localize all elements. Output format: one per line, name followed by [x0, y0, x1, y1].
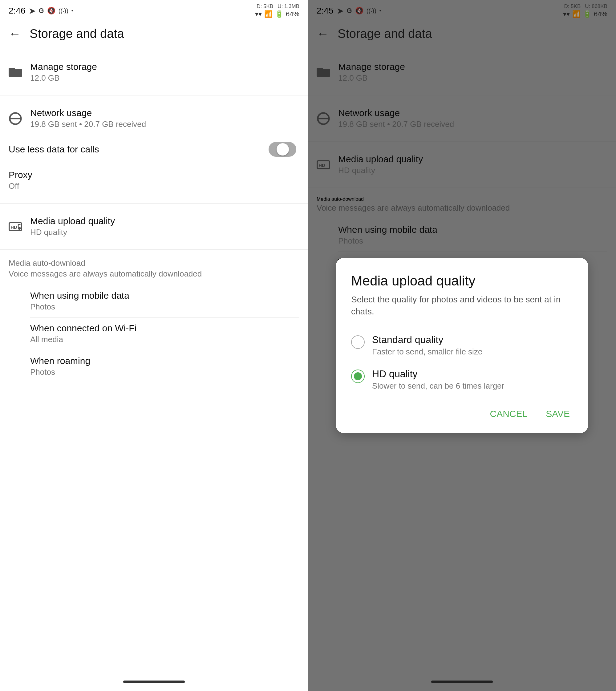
- left-data-row: D: 5KB U: 1.3MB: [257, 3, 300, 9]
- dialog-buttons: Cancel Save: [351, 405, 573, 422]
- wifi-icon: ▾▾: [255, 10, 262, 18]
- left-status-icons: ▾▾ 📶 🔋 64%: [255, 10, 300, 18]
- when-mobile-title: When using mobile data: [30, 290, 300, 301]
- hd-quality-radio[interactable]: [351, 370, 365, 383]
- standard-quality-sublabel: Faster to send, smaller file size: [372, 347, 482, 357]
- proxy-title: Proxy: [8, 170, 300, 180]
- left-content: Manage storage 12.0 GB Network usage 19.…: [0, 49, 308, 672]
- left-data-up: U: 1.3MB: [278, 3, 300, 9]
- left-page-title: Storage and data: [29, 27, 124, 41]
- auto-download-items: When using mobile data Photos When conne…: [0, 285, 308, 388]
- manage-storage-subtitle: 12.0 GB: [30, 73, 300, 83]
- network-usage-item[interactable]: Network usage 19.8 GB sent • 20.7 GB rec…: [8, 102, 300, 135]
- network-icon: [8, 112, 30, 125]
- manage-storage-item[interactable]: Manage storage 12.0 GB: [8, 55, 300, 89]
- volume-icon: 🔇: [47, 7, 56, 15]
- network-usage-title: Network usage: [30, 108, 300, 118]
- auto-download-header: Media auto-download: [0, 250, 308, 269]
- battery-icon: 🔋: [275, 10, 283, 18]
- hd-svg: HD: [8, 220, 22, 233]
- folder-svg: [8, 66, 22, 79]
- left-time: 2:46: [8, 6, 26, 16]
- dialog-description: Select the quality for photos and videos…: [351, 293, 573, 317]
- use-less-data-label: Use less data for calls: [8, 144, 99, 155]
- dialog-overlay: Media upload quality Select the quality …: [308, 0, 616, 691]
- hd-quality-label: HD quality: [372, 368, 504, 380]
- save-button[interactable]: Save: [543, 405, 573, 422]
- nfc-icon: ((·)): [59, 7, 68, 15]
- svg-point-4: [18, 227, 21, 229]
- when-mobile-item[interactable]: When using mobile data Photos: [30, 285, 300, 317]
- left-data-down: D: 5KB: [257, 3, 273, 9]
- when-wifi-subtitle: All media: [30, 335, 300, 344]
- media-upload-text: Media upload quality HD quality: [30, 216, 300, 237]
- left-status-right: D: 5KB U: 1.3MB ▾▾ 📶 🔋 64%: [255, 3, 300, 18]
- left-status-left: 2:46 ➤ G 🔇 ((·)) •: [8, 6, 73, 16]
- dialog-title: Media upload quality: [351, 273, 573, 289]
- proxy-item[interactable]: Proxy Off: [8, 163, 300, 197]
- use-less-data-item[interactable]: Use less data for calls: [8, 135, 300, 163]
- hd-quality-radio-inner: [354, 372, 362, 380]
- network-svg: [8, 112, 22, 125]
- signal-icon: 📶: [264, 10, 272, 18]
- manage-storage-title: Manage storage: [30, 62, 300, 72]
- left-top-nav: ← Storage and data: [0, 19, 308, 49]
- network-usage-subtitle: 19.8 GB sent • 20.7 GB received: [30, 119, 300, 129]
- media-upload-title: Media upload quality: [30, 216, 300, 226]
- hd-icon: HD: [8, 220, 30, 233]
- when-roaming-subtitle: Photos: [30, 367, 300, 377]
- network-usage-section[interactable]: Network usage 19.8 GB sent • 20.7 GB rec…: [0, 95, 308, 203]
- toggle-thumb: [277, 143, 289, 156]
- svg-text:HD: HD: [10, 225, 17, 230]
- left-home-indicator: [0, 672, 308, 691]
- standard-quality-radio[interactable]: [351, 335, 365, 349]
- auto-download-desc: Voice messages are always automatically …: [0, 269, 308, 285]
- left-status-bar: 2:46 ➤ G 🔇 ((·)) • D: 5KB U: 1.3MB ▾▾ 📶 …: [0, 0, 308, 19]
- left-phone-panel: 2:46 ➤ G 🔇 ((·)) • D: 5KB U: 1.3MB ▾▾ 📶 …: [0, 0, 308, 691]
- cancel-button[interactable]: Cancel: [487, 405, 530, 422]
- left-back-button[interactable]: ←: [8, 27, 21, 41]
- hd-quality-text: HD quality Slower to send, can be 6 time…: [372, 368, 504, 392]
- location-icon: ➤: [29, 6, 36, 16]
- left-home-bar: [123, 681, 185, 683]
- auto-download-label: Media auto-download: [8, 258, 300, 268]
- dot-icon: •: [71, 8, 73, 14]
- manage-storage-section[interactable]: Manage storage 12.0 GB: [0, 49, 308, 95]
- hd-quality-option[interactable]: HD quality Slower to send, can be 6 time…: [351, 363, 573, 397]
- when-wifi-item[interactable]: When connected on Wi-Fi All media: [30, 317, 300, 350]
- manage-storage-text: Manage storage 12.0 GB: [30, 62, 300, 83]
- hd-quality-sublabel: Slower to send, can be 6 times larger: [372, 381, 504, 392]
- g-icon: G: [39, 7, 44, 15]
- standard-quality-option[interactable]: Standard quality Faster to send, smaller…: [351, 329, 573, 363]
- standard-quality-text: Standard quality Faster to send, smaller…: [372, 334, 482, 357]
- left-battery: 64%: [286, 10, 300, 18]
- use-less-data-toggle[interactable]: [269, 142, 296, 157]
- standard-quality-label: Standard quality: [372, 334, 482, 346]
- when-wifi-title: When connected on Wi-Fi: [30, 323, 300, 334]
- folder-icon: [8, 66, 30, 79]
- media-upload-quality-dialog: Media upload quality Select the quality …: [336, 258, 588, 433]
- right-phone-panel: 2:45 ➤ G 🔇 ((·)) • D: 5KB U: 868KB ▾▾ 📶 …: [308, 0, 616, 691]
- media-upload-subtitle: HD quality: [30, 227, 300, 237]
- media-upload-section[interactable]: HD Media upload quality HD quality: [0, 203, 308, 250]
- when-roaming-title: When roaming: [30, 356, 300, 366]
- network-usage-text: Network usage 19.8 GB sent • 20.7 GB rec…: [30, 108, 300, 129]
- media-upload-item[interactable]: HD Media upload quality HD quality: [8, 210, 300, 243]
- proxy-subtitle: Off: [8, 181, 300, 191]
- when-roaming-item[interactable]: When roaming Photos: [30, 350, 300, 382]
- when-mobile-subtitle: Photos: [30, 302, 300, 312]
